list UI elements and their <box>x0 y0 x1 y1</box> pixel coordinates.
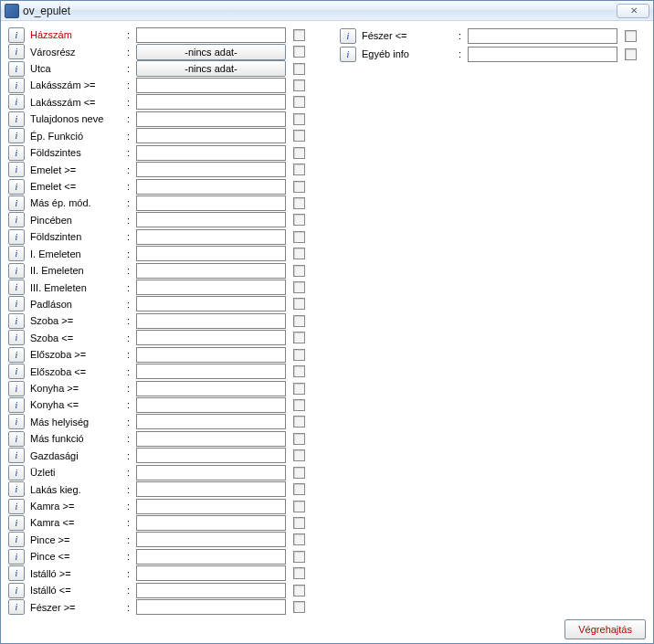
info-button[interactable]: i <box>8 179 25 195</box>
varosresz-dropdown[interactable]: -nincs adat- <box>136 44 286 60</box>
eloszoba-input[interactable] <box>136 364 286 379</box>
info-button[interactable]: i <box>8 313 25 329</box>
info-button[interactable]: i <box>8 499 25 514</box>
konyha-checkbox[interactable] <box>293 383 305 395</box>
close-button[interactable]: ✕ <box>617 4 649 18</box>
emelet-checkbox[interactable] <box>293 181 305 193</box>
ii-emeleten-input[interactable] <box>136 263 286 279</box>
emelet-checkbox[interactable] <box>293 164 305 175</box>
utca-dropdown[interactable]: -nincs adat- <box>136 60 286 77</box>
pince-checkbox[interactable] <box>293 533 305 545</box>
padlason-input[interactable] <box>136 296 286 311</box>
szoba-input[interactable] <box>136 330 286 345</box>
emelet-input[interactable] <box>136 162 286 177</box>
szoba-input[interactable] <box>136 313 286 329</box>
konyha-input[interactable] <box>136 381 286 396</box>
lakas-kieg-checkbox[interactable] <box>293 483 305 495</box>
kamra-checkbox[interactable] <box>293 501 305 512</box>
uzleti-input[interactable] <box>136 465 286 480</box>
info-button[interactable]: i <box>8 364 25 379</box>
utca-checkbox[interactable] <box>293 63 305 75</box>
istallo-checkbox[interactable] <box>293 567 305 579</box>
foldszinten-checkbox[interactable] <box>293 231 305 243</box>
ep-funkcio-input[interactable] <box>136 128 286 143</box>
feszer-checkbox[interactable] <box>625 30 637 42</box>
ii-emeleten-checkbox[interactable] <box>293 265 305 277</box>
tulajdonos-neve-input[interactable] <box>136 111 286 127</box>
padlason-checkbox[interactable] <box>293 298 305 310</box>
info-button[interactable]: i <box>8 280 25 295</box>
iii-emeleten-checkbox[interactable] <box>293 281 305 293</box>
execute-button[interactable]: Végrehajtás <box>564 619 646 639</box>
lakasszam-checkbox[interactable] <box>293 96 305 108</box>
pinceben-checkbox[interactable] <box>293 214 305 226</box>
ep-funkcio-checkbox[interactable] <box>293 130 305 142</box>
info-button[interactable]: i <box>8 381 25 396</box>
kamra-input[interactable] <box>136 499 286 514</box>
mas-ep-mod-checkbox[interactable] <box>293 197 305 209</box>
info-button[interactable]: i <box>8 583 25 598</box>
info-button[interactable]: i <box>8 78 25 93</box>
feszer-input[interactable] <box>468 28 617 44</box>
info-button[interactable]: i <box>8 565 25 581</box>
eloszoba-input[interactable] <box>136 347 286 363</box>
konyha-checkbox[interactable] <box>293 399 305 411</box>
uzleti-checkbox[interactable] <box>293 467 305 479</box>
istallo-checkbox[interactable] <box>293 585 305 596</box>
info-button[interactable]: i <box>8 431 25 447</box>
foldszintes-input[interactable] <box>136 145 286 161</box>
feszer-input[interactable] <box>136 599 286 615</box>
varosresz-checkbox[interactable] <box>293 46 305 58</box>
pince-checkbox[interactable] <box>293 551 305 563</box>
egyeb-info-checkbox[interactable] <box>625 48 637 60</box>
szoba-checkbox[interactable] <box>293 315 305 327</box>
i-emeleten-checkbox[interactable] <box>293 248 305 259</box>
istallo-input[interactable] <box>136 583 286 598</box>
iii-emeleten-input[interactable] <box>136 280 286 295</box>
info-button[interactable]: i <box>8 229 25 245</box>
info-button[interactable]: i <box>340 47 356 62</box>
hazszam-input[interactable] <box>136 27 286 43</box>
info-button[interactable]: i <box>8 61 25 77</box>
mas-funkcio-checkbox[interactable] <box>293 433 305 445</box>
pinceben-input[interactable] <box>136 212 286 227</box>
pince-input[interactable] <box>136 532 286 547</box>
info-button[interactable]: i <box>8 448 25 463</box>
info-button[interactable]: i <box>8 347 25 363</box>
info-button[interactable]: i <box>8 549 25 565</box>
info-button[interactable]: i <box>8 195 25 211</box>
info-button[interactable]: i <box>8 263 25 279</box>
info-button[interactable]: i <box>8 44 25 59</box>
info-button[interactable]: i <box>8 532 25 547</box>
info-button[interactable]: i <box>8 145 25 161</box>
info-button[interactable]: i <box>8 397 25 413</box>
eloszoba-checkbox[interactable] <box>293 365 305 377</box>
mas-helyiseg-checkbox[interactable] <box>293 416 305 428</box>
titlebar[interactable]: ov_epulet ✕ <box>1 1 653 21</box>
info-button[interactable]: i <box>8 94 25 110</box>
i-emeleten-input[interactable] <box>136 246 286 261</box>
info-button[interactable]: i <box>8 330 25 345</box>
info-button[interactable]: i <box>8 481 25 497</box>
mas-ep-mod-input[interactable] <box>136 195 286 211</box>
lakasszam-input[interactable] <box>136 78 286 93</box>
info-button[interactable]: i <box>8 246 25 261</box>
emelet-input[interactable] <box>136 179 286 195</box>
tulajdonos-neve-checkbox[interactable] <box>293 113 305 125</box>
lakasszam-checkbox[interactable] <box>293 79 305 91</box>
info-button[interactable]: i <box>340 28 356 44</box>
gazdasagi-input[interactable] <box>136 448 286 463</box>
egyeb-info-input[interactable] <box>468 47 617 62</box>
info-button[interactable]: i <box>8 599 25 615</box>
info-button[interactable]: i <box>8 111 25 127</box>
foldszintes-checkbox[interactable] <box>293 147 305 159</box>
lakasszam-input[interactable] <box>136 94 286 110</box>
kamra-checkbox[interactable] <box>293 517 305 529</box>
lakas-kieg-input[interactable] <box>136 481 286 497</box>
gazdasagi-checkbox[interactable] <box>293 449 305 461</box>
mas-helyiseg-input[interactable] <box>136 414 286 429</box>
info-button[interactable]: i <box>8 515 25 531</box>
eloszoba-checkbox[interactable] <box>293 349 305 361</box>
hazszam-checkbox[interactable] <box>293 29 305 41</box>
info-button[interactable]: i <box>8 465 25 480</box>
